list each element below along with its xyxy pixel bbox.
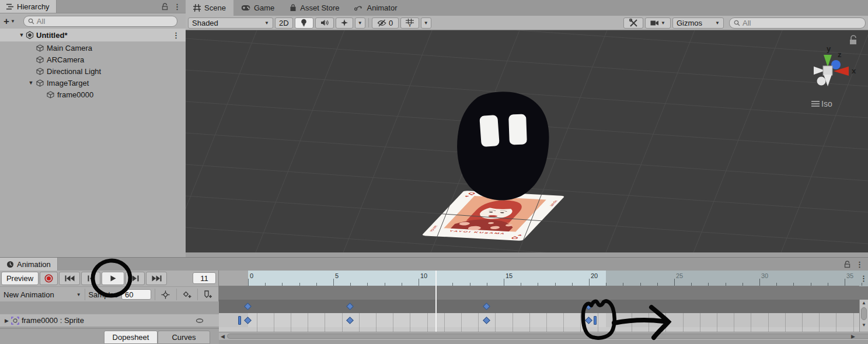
gizmos-dropdown[interactable]: Gizmos ▼ — [672, 17, 724, 29]
hierarchy-search-input[interactable]: All — [23, 16, 177, 27]
hierarchy-item-imagetarget[interactable]: ▼ImageTarget — [0, 77, 186, 89]
hierarchy-menu-icon[interactable]: ⋮ — [173, 3, 181, 10]
axis-y-cone[interactable] — [824, 55, 832, 67]
scene-expander-icon[interactable]: ▼ — [18, 32, 26, 38]
scene-effects-dropdown[interactable]: ▼ — [355, 17, 365, 29]
hierarchy-item-arcamera[interactable]: ARCamera — [0, 54, 186, 65]
play-button[interactable] — [102, 272, 124, 285]
timeline-vscrollbar[interactable]: ▲ ▼ — [859, 300, 868, 332]
expander-icon[interactable]: ▼ — [27, 80, 35, 86]
samples-field[interactable]: 60 — [121, 289, 151, 300]
vscroll-up-icon[interactable]: ▲ — [862, 301, 866, 306]
component-tools-button[interactable] — [623, 17, 643, 29]
animation-panel: Animation ⋮ Preview — [0, 257, 868, 344]
unlock-icon[interactable] — [843, 261, 851, 268]
axis-neg-z-sphere[interactable] — [817, 77, 826, 86]
current-frame-field[interactable]: 11 — [193, 272, 216, 284]
row-gridline — [700, 313, 700, 332]
row-gridline — [717, 313, 717, 332]
goto-first-frame-button[interactable] — [59, 272, 80, 285]
tab-dopesheet[interactable]: Dopesheet — [104, 331, 158, 344]
vscroll-down-icon[interactable]: ▼ — [862, 323, 866, 328]
scene-grid-dropdown[interactable]: ▼ — [421, 17, 431, 29]
viewport-lock-icon[interactable] — [850, 36, 856, 44]
hscroll-left-icon[interactable]: ◀ — [221, 334, 225, 339]
property-row-sprite[interactable]: ▶ frame0000 : Sprite — [0, 314, 219, 327]
tab-animation[interactable]: Animation — [0, 258, 58, 271]
tab-animation-label: Animation — [17, 260, 51, 269]
cube-icon — [47, 91, 54, 99]
ruler-label: 20 — [591, 272, 598, 279]
tab-curves[interactable]: Curves — [158, 331, 210, 344]
scene-grid-toggle[interactable]: Y — [400, 17, 419, 29]
ruler-tick — [538, 283, 538, 286]
clip-dropdown[interactable]: New Animation ▼ — [4, 290, 81, 299]
axis-x-label: x — [852, 66, 856, 75]
unlock-icon[interactable] — [161, 3, 169, 10]
playhead[interactable] — [435, 271, 437, 332]
create-object-caret-icon[interactable]: ▼ — [11, 19, 15, 24]
hierarchy-item-label: ARCamera — [47, 55, 84, 64]
scene-search-input[interactable]: All — [729, 17, 866, 29]
scene-row-untitled[interactable]: ▼ Untitled* ⋮ — [0, 29, 186, 42]
scene-name-label: Untitled* — [36, 31, 67, 40]
tab-scene[interactable]: Scene — [186, 0, 233, 16]
hscroll-right-icon[interactable]: ▶ — [851, 334, 855, 339]
timeline-hscrollbar[interactable]: ◀ ▶ — [219, 332, 868, 340]
curve-toggle-icon[interactable] — [196, 318, 204, 323]
scene-effects-toggle[interactable] — [336, 17, 353, 29]
animation-menu-icon[interactable]: ⋮ — [856, 261, 863, 268]
goto-last-frame-button[interactable] — [146, 272, 167, 285]
add-keyframe-button[interactable] — [180, 290, 194, 299]
cube-icon — [36, 44, 44, 52]
keyframe-range-bar[interactable] — [238, 316, 241, 325]
hierarchy-item-label: frame0000 — [57, 90, 93, 99]
tab-animator[interactable]: Animator — [347, 0, 405, 16]
scene-audio-toggle[interactable] — [315, 17, 334, 29]
hidden-objects-count: 0 — [389, 19, 393, 27]
hscroll-thumb[interactable] — [227, 334, 868, 339]
summary-keyframe-row[interactable] — [219, 300, 868, 313]
next-keyframe-button[interactable] — [126, 272, 145, 285]
preview-button[interactable]: Preview — [1, 272, 39, 285]
add-event-button[interactable] — [201, 290, 215, 299]
tab-game[interactable]: Game — [233, 0, 282, 16]
keyframe-nav-button[interactable] — [159, 290, 172, 299]
timeline-menu-button[interactable]: ⋮ — [859, 271, 868, 286]
axis-orientation-gizmo[interactable]: y z x Iso — [811, 36, 856, 108]
projection-label: Iso — [821, 99, 832, 108]
tab-asset-store[interactable]: Asset Store — [282, 0, 347, 16]
chevron-down-icon: ▼ — [358, 20, 362, 26]
keyframe-range-bar[interactable] — [594, 316, 597, 325]
hierarchy-item-directional-light[interactable]: Directional Light — [0, 65, 186, 77]
create-object-button[interactable]: + — [4, 16, 9, 26]
axis-center-cube[interactable] — [823, 66, 832, 75]
ruler-post-range[interactable] — [606, 271, 868, 286]
scene-search-placeholder: All — [742, 19, 751, 27]
foldout-arrow-icon[interactable]: ▶ — [5, 318, 9, 324]
hierarchy-item-frame0000[interactable]: frame0000 — [0, 89, 186, 100]
row-gridline — [257, 313, 257, 332]
row-gridline — [325, 313, 325, 332]
record-button[interactable] — [40, 272, 58, 285]
tab-hierarchy[interactable]: Hierarchy — [0, 0, 57, 13]
scene-menu-icon[interactable]: ⋮ — [172, 31, 180, 39]
projection-toggle[interactable]: Iso — [811, 99, 832, 108]
row-gridline — [546, 313, 547, 332]
vscroll-thumb[interactable] — [861, 307, 867, 320]
shading-mode-dropdown[interactable]: Shaded ▼ — [188, 17, 273, 29]
scene-visibility-toggle[interactable]: 0 — [372, 17, 399, 29]
blob-character — [457, 92, 549, 200]
scene-camera-settings-button[interactable]: ▼ — [645, 17, 671, 29]
ruler-tick — [742, 283, 743, 286]
scene-viewport[interactable]: YAYOI KUSAMA Q ♥ Q ♥ POP ART POP ART — [186, 30, 868, 252]
2d-toggle-button[interactable]: 2D — [275, 17, 293, 29]
hierarchy-item-main-camera[interactable]: Main Camera — [0, 42, 186, 54]
timeline-upper-band — [219, 286, 868, 300]
separator — [85, 289, 85, 300]
animation-timeline[interactable]: ◀ ▶ ⋮ ▲ ▼ 05101520253035 — [219, 271, 868, 344]
ruler-tick — [299, 283, 300, 286]
previous-keyframe-button[interactable] — [81, 272, 100, 285]
hierarchy-tree: Main CameraARCameraDirectional Light▼Ima… — [0, 42, 186, 100]
scene-lighting-toggle[interactable] — [295, 17, 313, 29]
